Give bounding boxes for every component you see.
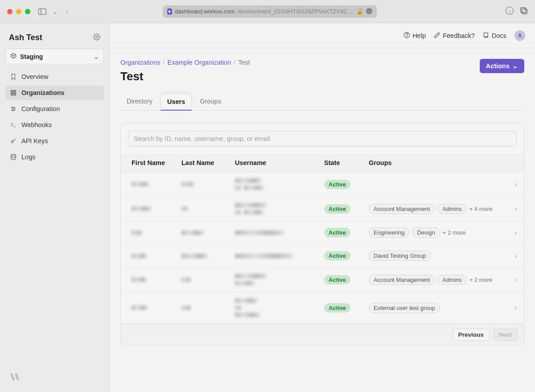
cell-username xyxy=(228,172,317,197)
environment-label: Staging xyxy=(20,53,43,60)
group-pill: Admins xyxy=(437,275,466,285)
tab-label: Users xyxy=(167,98,185,105)
cell-state: Active xyxy=(317,292,362,324)
table-row[interactable]: ActiveExternal user test group› xyxy=(121,292,524,324)
users-table: First Name Last Name Username State Grou… xyxy=(121,154,524,324)
groups-more: + 2 more xyxy=(469,276,493,283)
cell-last-name xyxy=(174,197,228,221)
chevron-down-icon: ⌄ xyxy=(512,62,518,70)
cell-state: Active xyxy=(317,172,362,197)
browser-chrome: ⌄ ‹ dashboard.workos.com/environment_01G… xyxy=(0,0,535,23)
favicon-icon xyxy=(167,8,172,15)
cell-state: Active xyxy=(317,268,362,292)
actions-button[interactable]: Actions ⌄ xyxy=(480,59,524,73)
sidebar-item-label: API Keys xyxy=(21,137,48,144)
tab-label: Groups xyxy=(200,98,221,105)
tab-groups[interactable]: Groups xyxy=(193,93,227,110)
address-bar[interactable]: dashboard.workos.com/environment_01G0HTS… xyxy=(163,5,377,18)
tabs-overview-icon[interactable] xyxy=(520,7,528,16)
status-badge: Active xyxy=(324,228,350,237)
window-zoom-button[interactable] xyxy=(25,9,30,14)
cell-last-name xyxy=(174,244,228,268)
download-icon[interactable]: ↓ xyxy=(506,7,514,15)
cell-groups: Account ManagementAdmins+ 4 more xyxy=(362,197,507,221)
help-icon xyxy=(403,32,410,40)
browser-back-icon[interactable]: ‹ xyxy=(66,8,68,15)
chevron-right-icon[interactable]: › xyxy=(507,244,524,268)
table-row[interactable]: ActiveEngineeringDesign+ 2 more› xyxy=(121,221,524,244)
more-icon[interactable]: ⋯ xyxy=(366,8,372,14)
sidebar-item-configuration[interactable]: Configuration xyxy=(5,102,104,116)
svg-point-19 xyxy=(407,36,407,37)
workspace-name: Ash Test xyxy=(9,33,42,42)
browser-sidebar-chevron-icon[interactable]: ⌄ xyxy=(53,8,58,15)
avatar-initial: A xyxy=(518,33,522,39)
cell-first-name xyxy=(121,244,174,268)
cell-groups: David Testing Group xyxy=(362,244,507,268)
th-last-name: Last Name xyxy=(174,154,228,172)
breadcrumb-separator: / xyxy=(234,59,235,66)
breadcrumb-example-organization[interactable]: Example Organization xyxy=(168,59,231,66)
cell-groups: EngineeringDesign+ 2 more xyxy=(362,221,507,244)
environment-selector[interactable]: Staging ⌄ xyxy=(5,49,104,64)
chevron-right-icon[interactable]: › xyxy=(507,268,524,292)
sidebar-item-organizations[interactable]: Organizations xyxy=(5,86,104,100)
chevron-right-icon[interactable]: › xyxy=(507,292,524,324)
sidebar-item-label: Overview xyxy=(21,73,48,80)
table-row[interactable]: Active› xyxy=(121,172,524,197)
chevron-right-icon[interactable]: › xyxy=(507,172,524,197)
previous-button[interactable]: Previous xyxy=(453,329,490,341)
sidebar-item-logs[interactable]: Logs xyxy=(5,150,104,164)
sidebar-item-label: Configuration xyxy=(21,105,60,112)
cell-last-name xyxy=(174,292,228,324)
window-minimize-button[interactable] xyxy=(16,9,21,14)
chevron-right-icon[interactable]: › xyxy=(507,197,524,221)
sidebar-item-api-keys[interactable]: API Keys xyxy=(5,134,104,148)
cell-last-name xyxy=(174,268,228,292)
users-card: First Name Last Name Username State Grou… xyxy=(120,123,524,346)
avatar[interactable]: A xyxy=(514,30,525,41)
search-input[interactable] xyxy=(128,131,517,147)
group-pill: Design xyxy=(412,227,440,238)
table-row[interactable]: ActiveAccount ManagementAdmins+ 4 more› xyxy=(121,197,524,221)
sidebar-item-label: Webhooks xyxy=(21,121,52,128)
help-link[interactable]: Help xyxy=(403,32,426,40)
table-row[interactable]: ActiveDavid Testing Group› xyxy=(121,244,524,268)
cell-first-name xyxy=(121,172,174,197)
table-row[interactable]: ActiveAccount ManagementAdmins+ 2 more› xyxy=(121,268,524,292)
cell-groups: External user test group xyxy=(362,292,507,324)
tab-directory[interactable]: Directory xyxy=(120,93,159,110)
browser-sidebar-toggle[interactable] xyxy=(37,8,47,16)
svg-rect-6 xyxy=(14,91,16,92)
breadcrumb-organizations[interactable]: Organizations xyxy=(120,59,160,66)
docs-link[interactable]: Docs xyxy=(483,32,506,40)
status-badge: Active xyxy=(324,275,350,285)
cell-groups: Account ManagementAdmins+ 2 more xyxy=(362,268,507,292)
svg-rect-5 xyxy=(11,91,13,92)
group-pill: Admins xyxy=(437,204,466,214)
cell-first-name xyxy=(121,197,174,221)
status-badge: Active xyxy=(324,180,350,189)
sidebar-item-label: Logs xyxy=(21,153,35,161)
docs-label: Docs xyxy=(492,32,506,39)
help-label: Help xyxy=(412,32,426,39)
sidebar-item-overview[interactable]: Overview xyxy=(5,70,104,84)
gear-icon[interactable] xyxy=(93,33,100,42)
window-close-button[interactable] xyxy=(7,9,12,14)
tab-label: Directory xyxy=(127,98,152,105)
key-icon xyxy=(10,138,17,144)
lock-icon: 🔒 xyxy=(356,8,363,15)
tab-users[interactable]: Users xyxy=(160,93,192,111)
cube-icon xyxy=(10,53,16,60)
chevron-right-icon[interactable]: › xyxy=(507,221,524,244)
cell-state: Active xyxy=(317,221,362,244)
sidebar-item-webhooks[interactable]: Webhooks xyxy=(5,118,104,132)
svg-point-16 xyxy=(11,140,13,143)
cell-username xyxy=(228,221,317,244)
chevron-down-icon: ⌄ xyxy=(94,53,99,60)
url-path: /environment_01G0HTSG29ZP5AXTZX4C… xyxy=(238,8,354,15)
next-button[interactable]: Next xyxy=(493,329,518,341)
status-badge: Active xyxy=(324,251,350,260)
database-icon xyxy=(10,154,17,160)
feedback-link[interactable]: Feedback? xyxy=(434,32,475,40)
